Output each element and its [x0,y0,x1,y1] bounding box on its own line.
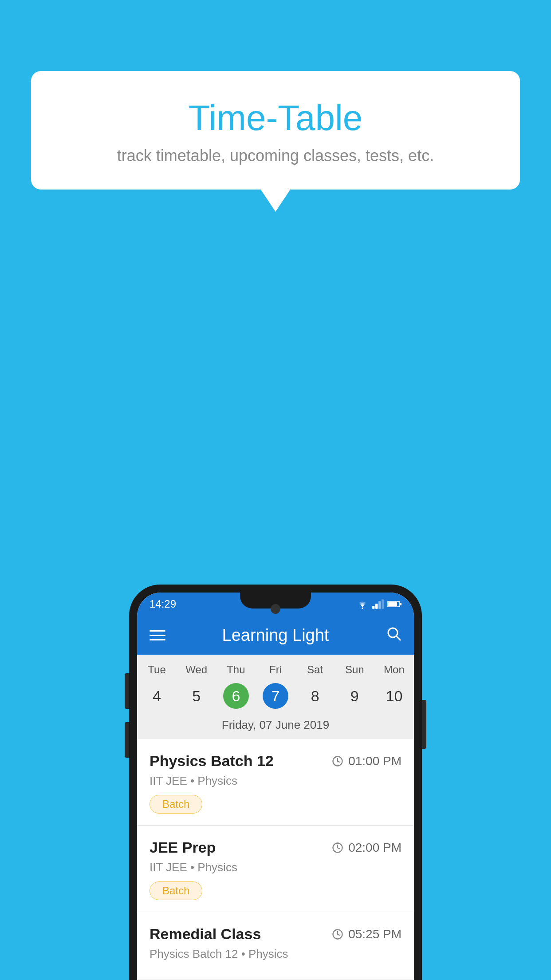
svg-line-9 [397,636,400,640]
phone-mockup: 14:29 [129,585,422,980]
schedule-item-2-title: JEE Prep [150,839,216,856]
menu-icon[interactable] [150,630,165,640]
signal-icon [372,599,384,609]
schedule-item-1-badge: Batch [150,795,202,814]
battery-icon [387,600,401,609]
schedule-list: Physics Batch 12 01:00 PM IIT JEE • Phys… [137,739,414,980]
day-9[interactable]: 9 [335,683,374,709]
day-header-sat: Sat [295,660,335,680]
svg-rect-6 [400,603,401,605]
calendar-date-label: Friday, 07 June 2019 [137,713,414,739]
schedule-item-1[interactable]: Physics Batch 12 01:00 PM IIT JEE • Phys… [137,739,414,826]
app-bar-title: Learning Light [222,626,329,645]
day-header-mon: Mon [374,660,414,680]
phone-outer: 14:29 [129,585,422,980]
speech-bubble-container: Time-Table track timetable, upcoming cla… [31,71,520,190]
calendar-week: Tue Wed Thu Fri Sat Sun Mon 4 5 6 7 8 9 … [137,655,414,739]
speech-bubble: Time-Table track timetable, upcoming cla… [31,71,520,190]
day-headers: Tue Wed Thu Fri Sat Sun Mon [137,660,414,680]
clock-icon-3 [331,928,344,940]
app-title: Time-Table [58,98,493,138]
wifi-icon [356,599,369,609]
day-8[interactable]: 8 [295,683,335,709]
schedule-item-1-sub: IIT JEE • Physics [150,774,401,788]
svg-point-0 [362,608,363,609]
schedule-item-1-time-text: 01:00 PM [348,754,401,768]
svg-rect-2 [375,604,378,609]
svg-rect-1 [372,606,374,609]
schedule-item-3-time: 05:25 PM [331,927,401,941]
schedule-item-1-title: Physics Batch 12 [150,752,274,770]
day-4[interactable]: 4 [137,683,177,709]
day-header-tue: Tue [137,660,177,680]
svg-rect-7 [388,602,397,606]
schedule-item-2-header: JEE Prep 02:00 PM [150,839,401,856]
volume-up-button [125,673,129,709]
power-button [422,700,426,749]
app-subtitle: track timetable, upcoming classes, tests… [58,146,493,165]
day-header-thu: Thu [216,660,256,680]
schedule-item-3[interactable]: Remedial Class 05:25 PM Physics Batch 12… [137,912,414,980]
svg-rect-3 [378,601,381,609]
day-numbers: 4 5 6 7 8 9 10 [137,683,414,709]
schedule-item-2[interactable]: JEE Prep 02:00 PM IIT JEE • Physics Batc… [137,826,414,912]
day-10[interactable]: 10 [374,683,414,709]
clock-icon-1 [331,755,344,767]
phone-notch [240,593,311,609]
day-header-sun: Sun [335,660,374,680]
volume-down-button [125,722,129,758]
svg-rect-4 [382,599,384,609]
schedule-item-3-title: Remedial Class [150,925,261,943]
schedule-item-3-time-text: 05:25 PM [348,927,401,941]
phone-screen: 14:29 [137,593,414,980]
day-header-wed: Wed [177,660,216,680]
schedule-item-3-header: Remedial Class 05:25 PM [150,925,401,943]
schedule-item-2-sub: IIT JEE • Physics [150,861,401,874]
schedule-item-3-sub: Physics Batch 12 • Physics [150,947,401,961]
day-7-selected[interactable]: 7 [263,683,288,709]
search-icon[interactable] [386,625,401,645]
app-bar: Learning Light [137,616,414,655]
schedule-item-1-header: Physics Batch 12 01:00 PM [150,752,401,770]
status-time: 14:29 [150,598,176,610]
day-6-today[interactable]: 6 [223,683,249,709]
schedule-item-1-time: 01:00 PM [331,754,401,768]
clock-icon-2 [331,842,344,854]
front-camera [271,604,280,614]
day-header-fri: Fri [256,660,295,680]
schedule-item-2-time: 02:00 PM [331,841,401,855]
schedule-item-2-time-text: 02:00 PM [348,841,401,855]
day-5[interactable]: 5 [177,683,216,709]
schedule-item-2-badge: Batch [150,881,202,900]
status-icons [356,599,401,609]
